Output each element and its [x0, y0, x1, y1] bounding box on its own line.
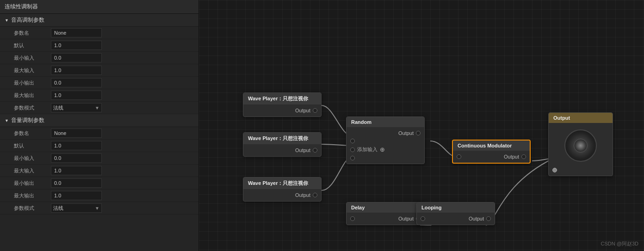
param-row-vol-maxin: 最大输入	[0, 165, 198, 177]
speaker-circle	[564, 129, 597, 162]
continuous-modulator-node[interactable]: Continuous Modulator Output	[452, 140, 531, 164]
wave-player-2-output-label: Output	[295, 147, 310, 153]
param-row-pitch-default: 默认	[0, 39, 198, 52]
continuous-mod-output-row: Output	[453, 153, 530, 161]
param-value-vol-minin[interactable]	[51, 153, 194, 163]
param-label-pitch-maxin: 最大输入	[14, 67, 51, 74]
param-value-pitch-name[interactable]	[51, 28, 194, 37]
param-row-vol-mode: 参数模式 法线 ▼	[0, 202, 198, 214]
looping-input-port[interactable]	[421, 216, 425, 221]
watermark: CSDN @阿赵3D	[601, 240, 638, 247]
panel-title-text: 连续性调制器	[5, 3, 38, 11]
param-label-vol-minout: 最小输出	[14, 180, 51, 187]
param-label-pitch-minin: 最小输入	[14, 55, 51, 61]
node-graph[interactable]: Wave Player：只想注视你 Output Wave Player：只想注…	[199, 0, 644, 251]
wave-player-2-output-row: Output	[243, 146, 321, 154]
continuous-mod-output-port[interactable]	[521, 154, 526, 159]
param-label-vol-maxin: 最大输入	[14, 167, 51, 174]
param-row-pitch-mode: 参数模式 法线 ▼	[0, 102, 198, 114]
param-value-vol-maxout[interactable]	[51, 191, 194, 200]
pitch-mode-select-wrap[interactable]: 法线 ▼	[51, 103, 102, 112]
vol-mode-select[interactable]: 法线	[51, 205, 101, 211]
param-row-vol-maxout: 最大输出	[0, 190, 198, 202]
param-row-vol-name: 参数名	[0, 127, 198, 140]
looping-node[interactable]: Looping Output	[416, 202, 495, 225]
wave-player-2-header: Wave Player：只想注视你	[243, 133, 321, 144]
param-value-vol-minout[interactable]	[51, 178, 194, 188]
wave-player-1-body: Output	[243, 104, 321, 116]
speaker-graphic	[562, 127, 599, 164]
param-label-pitch-mode: 参数模式	[14, 104, 51, 111]
pitch-name-input[interactable]	[51, 28, 102, 37]
pitch-minin-input[interactable]	[51, 53, 102, 62]
random-input-3-port[interactable]	[350, 156, 355, 160]
delay-header: Delay	[347, 202, 424, 213]
param-label-vol-default: 默认	[14, 142, 51, 149]
continuous-mod-header: Continuous Modulator	[453, 141, 530, 151]
param-row-pitch-name: 参数名	[0, 27, 198, 39]
vol-maxin-input[interactable]	[51, 166, 102, 175]
vol-name-input[interactable]	[51, 129, 102, 138]
looping-header: Looping	[417, 202, 495, 213]
random-output-row: Output	[347, 129, 424, 137]
section-label-pitch: 音高调制参数	[11, 16, 44, 24]
random-output-label: Output	[398, 130, 414, 136]
output-input-port[interactable]	[552, 168, 557, 172]
vol-minout-input[interactable]	[51, 178, 102, 188]
random-input-1-row	[347, 137, 424, 145]
param-value-vol-default[interactable]	[51, 141, 194, 150]
param-row-vol-minout: 最小输出	[0, 177, 198, 190]
wave-player-3-output-row: Output	[243, 191, 321, 199]
wave-player-3-body: Output	[243, 189, 321, 201]
continuous-mod-body: Output	[453, 151, 530, 163]
panel-title: 连续性调制器	[0, 0, 198, 14]
random-add-input-row[interactable]: 添加输入 ⊕	[347, 145, 424, 154]
delay-node[interactable]: Delay Output	[346, 202, 425, 225]
param-row-vol-minin: 最小输入	[0, 152, 198, 165]
param-label-vol-maxout: 最大输出	[14, 192, 51, 199]
pitch-default-input[interactable]	[51, 41, 102, 50]
param-row-pitch-maxout: 最大输出	[0, 89, 198, 102]
pitch-maxin-input[interactable]	[51, 66, 102, 75]
wave-player-node-2[interactable]: Wave Player：只想注视你 Output	[243, 132, 322, 157]
param-row-pitch-maxin: 最大输入	[0, 64, 198, 77]
param-value-vol-mode[interactable]: 法线 ▼	[51, 203, 194, 213]
param-value-vol-name[interactable]	[51, 129, 194, 138]
pitch-minout-input[interactable]	[51, 78, 102, 87]
section-audio-volume[interactable]: ▼ 音量调制参数	[0, 114, 198, 127]
param-value-vol-maxin[interactable]	[51, 166, 194, 175]
delay-input-port[interactable]	[350, 216, 355, 221]
vol-maxout-input[interactable]	[51, 191, 102, 200]
param-value-pitch-mode[interactable]: 法线 ▼	[51, 103, 194, 112]
wave-player-2-output-port[interactable]	[313, 148, 317, 153]
output-body	[549, 123, 613, 176]
random-input-3-row	[347, 154, 424, 162]
arrow-icon-volume: ▼	[5, 118, 9, 123]
vol-mode-select-wrap[interactable]: 法线 ▼	[51, 203, 102, 213]
vol-default-input[interactable]	[51, 141, 102, 150]
random-input-1-port[interactable]	[350, 139, 355, 143]
param-value-pitch-minout[interactable]	[51, 78, 194, 87]
param-value-pitch-default[interactable]	[51, 41, 194, 50]
param-label-vol-name: 参数名	[14, 130, 51, 137]
wave-player-node-1[interactable]: Wave Player：只想注视你 Output	[243, 92, 322, 117]
wave-player-3-output-port[interactable]	[313, 193, 317, 197]
wave-player-1-output-port[interactable]	[313, 108, 317, 113]
pitch-mode-select[interactable]: 法线	[51, 105, 101, 110]
pitch-maxout-input[interactable]	[51, 91, 102, 100]
param-label-pitch-default: 默认	[14, 42, 51, 49]
param-value-pitch-maxout[interactable]	[51, 91, 194, 100]
random-output-port[interactable]	[416, 131, 421, 135]
vol-minin-input[interactable]	[51, 153, 102, 163]
add-icon: ⊕	[380, 146, 385, 153]
looping-output-port[interactable]	[486, 216, 491, 221]
wave-player-node-3[interactable]: Wave Player：只想注视你 Output	[243, 177, 322, 202]
continuous-mod-output-label: Output	[464, 154, 519, 159]
param-value-pitch-maxin[interactable]	[51, 66, 194, 75]
random-node[interactable]: Random Output 添加输入 ⊕	[346, 116, 425, 164]
param-value-pitch-minin[interactable]	[51, 53, 194, 62]
output-node[interactable]: Output	[548, 112, 613, 176]
looping-body: Output	[417, 213, 495, 225]
section-audio-pitch[interactable]: ▼ 音高调制参数	[0, 14, 198, 27]
continuous-mod-input-port[interactable]	[457, 154, 461, 159]
